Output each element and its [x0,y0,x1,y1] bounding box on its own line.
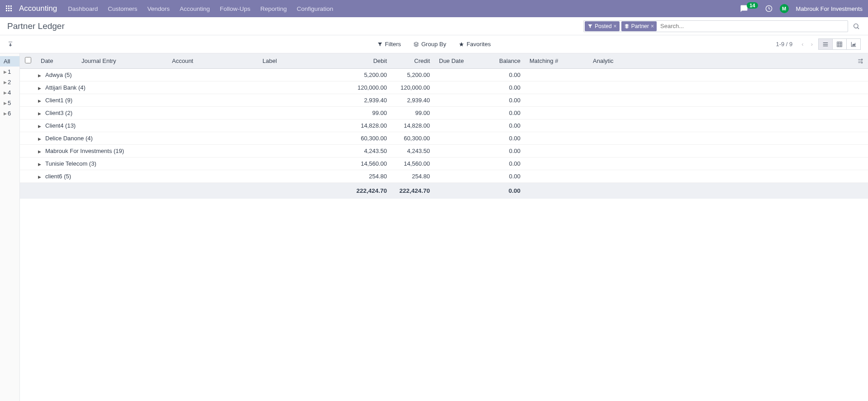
col-credit[interactable]: Credit [391,53,434,69]
row-debit: 254.80 [348,170,391,183]
view-graph-icon[interactable] [846,39,860,50]
expand-caret-icon[interactable]: ▶ [38,137,43,141]
expand-caret-icon[interactable]: ▶ [38,149,43,154]
select-all-checkbox[interactable] [25,57,31,63]
row-balance: 0.00 [471,81,525,94]
nav-followups[interactable]: Follow-Ups [220,5,251,12]
app-brand[interactable]: Accounting [19,4,57,13]
col-journal[interactable]: Journal Entry [77,53,167,69]
row-debit: 120,000.00 [348,81,391,94]
svg-rect-1 [8,5,10,7]
activity-icon[interactable] [765,5,773,13]
row-balance: 0.00 [471,132,525,145]
row-credit: 14,828.00 [391,119,434,132]
search-box[interactable]: Posted × Partner × [583,20,848,32]
pager-range[interactable]: 1-9 / 9 [776,41,792,48]
col-options[interactable] [853,53,868,69]
caret-icon: ▶ [4,111,7,116]
groupby-chip-partner[interactable]: Partner × [621,21,657,31]
table-row[interactable]: ▶Client4 (13)14,828.0014,828.000.00 [20,119,868,132]
svg-point-12 [861,59,862,60]
row-partner: Client1 (9) [45,97,72,104]
chip-label: Partner [631,23,649,29]
view-list-icon[interactable] [819,39,832,50]
nav-accounting[interactable]: Accounting [180,5,210,12]
row-credit: 120,000.00 [391,81,434,94]
totals-row: 222,424.70 222,424.70 0.00 [20,183,868,199]
expand-caret-icon[interactable]: ▶ [38,175,43,179]
nav-dashboard[interactable]: Dashboard [68,5,98,12]
expand-caret-icon[interactable]: ▶ [38,86,43,91]
user-name[interactable]: Mabrouk For Investments [796,5,863,12]
col-matching[interactable]: Matching # [525,53,588,69]
expand-caret-icon[interactable]: ▶ [38,73,43,78]
svg-rect-8 [10,10,12,11]
ledger-table: Date Journal Entry Account Label Debit C… [20,53,868,199]
row-partner: Tunisie Telecom (3) [45,160,96,167]
main-table-area: Date Journal Entry Account Label Debit C… [20,53,868,401]
col-date[interactable]: Date [36,53,77,69]
table-row[interactable]: ▶Client1 (9)2,939.402,939.400.00 [20,94,868,107]
col-due[interactable]: Due Date [434,53,471,69]
nav-reporting[interactable]: Reporting [260,5,287,12]
search-input[interactable] [658,22,848,30]
row-debit: 60,300.00 [348,132,391,145]
svg-rect-6 [6,10,7,11]
table-row[interactable]: ▶Adwya (5)5,200.005,200.000.00 [20,69,868,81]
groupby-button[interactable]: Group By [414,41,446,48]
expand-caret-icon[interactable]: ▶ [38,162,43,167]
expand-caret-icon[interactable]: ▶ [38,124,43,129]
pager-next-icon[interactable]: › [809,41,815,48]
sidebar-item-6[interactable]: ▶6 [0,108,19,119]
table-row[interactable]: ▶Tunisie Telecom (3)14,560.0014,560.000.… [20,158,868,170]
nav-configuration[interactable]: Configuration [297,5,333,12]
row-credit: 4,243.50 [391,145,434,158]
sidebar-item-2[interactable]: ▶2 [0,77,19,87]
nav-vendors[interactable]: Vendors [147,5,170,12]
col-account[interactable]: Account [167,53,258,69]
sidebar-item-all[interactable]: All [0,56,19,67]
table-row[interactable]: ▶Attijari Bank (4)120,000.00120,000.000.… [20,81,868,94]
nav-customers[interactable]: Customers [108,5,137,12]
expand-caret-icon[interactable]: ▶ [38,99,43,103]
alpha-sidebar: All ▶1 ▶2 ▶4 ▶5 ▶6 [0,53,20,401]
pager-prev-icon[interactable]: ‹ [800,41,805,48]
svg-rect-7 [8,10,10,11]
row-partner: Mabrouk For Investments (19) [45,148,124,154]
chip-remove-icon[interactable]: × [614,23,617,29]
apps-icon[interactable] [5,5,19,13]
col-debit[interactable]: Debit [348,53,391,69]
svg-rect-11 [837,42,842,47]
table-row[interactable]: ▶client6 (5)254.80254.800.00 [20,170,868,183]
row-debit: 2,939.40 [348,94,391,107]
messages-icon[interactable]: 14 [740,5,758,13]
col-analytic[interactable]: Analytic [588,53,853,69]
svg-rect-4 [8,8,10,9]
sidebar-item-5[interactable]: ▶5 [0,98,19,108]
toolbar: Filters Group By Favorites 1-9 / 9 ‹ › [0,35,868,53]
row-debit: 99.00 [348,107,391,119]
view-pivot-icon[interactable] [832,39,846,50]
favorites-button[interactable]: Favorites [459,41,491,48]
chip-remove-icon[interactable]: × [651,23,654,29]
breadcrumb-row: Partner Ledger Posted × Partner × [0,17,868,35]
table-row[interactable]: ▶Mabrouk For Investments (19)4,243.504,2… [20,145,868,158]
col-balance[interactable]: Balance [471,53,525,69]
table-row[interactable]: ▶Client3 (2)99.0099.000.00 [20,107,868,119]
search-icon[interactable] [853,22,861,30]
filters-button[interactable]: Filters [377,41,401,48]
row-debit: 5,200.00 [348,69,391,81]
svg-point-10 [854,24,858,28]
avatar[interactable]: M [780,4,789,13]
table-row[interactable]: ▶Delice Danone (4)60,300.0060,300.000.00 [20,132,868,145]
sidebar-item-4[interactable]: ▶4 [0,87,19,98]
svg-rect-3 [6,8,7,9]
view-switcher [818,38,861,50]
sidebar-item-1[interactable]: ▶1 [0,67,19,77]
filter-chip-posted[interactable]: Posted × [585,21,619,31]
export-button[interactable] [7,41,14,48]
expand-caret-icon[interactable]: ▶ [38,111,43,116]
col-label[interactable]: Label [258,53,348,69]
chip-label: Posted [595,23,611,29]
groupby-label: Group By [421,41,446,48]
